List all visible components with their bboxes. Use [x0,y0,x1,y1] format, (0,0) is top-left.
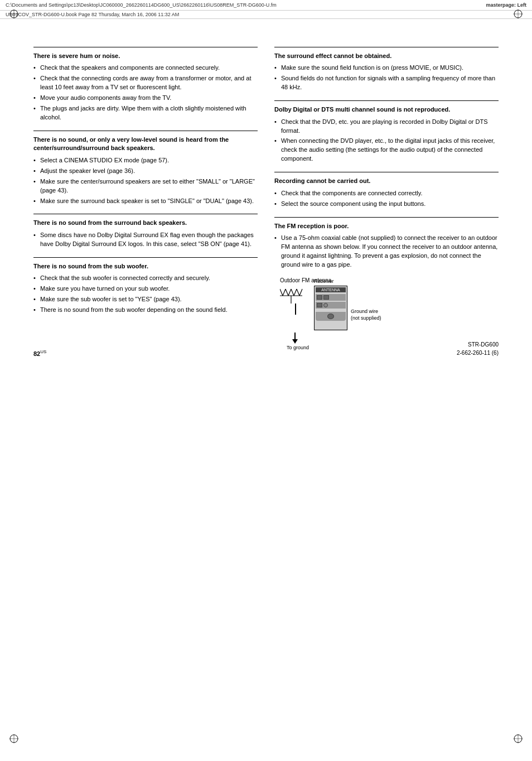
corner-mark-bl [8,733,20,744]
section-no-sound-sub: There is no sound from the sub woofer. C… [33,257,258,323]
section-dolby-digital-bullets: Check that the DVD, etc. you are playing… [274,118,499,164]
bullet-item: Make sure the sound field function is on… [274,64,499,73]
corner-mark-tr [512,8,524,20]
svg-line-14 [286,289,288,296]
section-fm-reception-title: The FM reception is poor. [274,222,499,230]
svg-line-13 [283,289,286,296]
section-no-sound-surround: There is no sound from the surround back… [33,214,258,257]
svg-line-17 [294,289,297,296]
bullet-item: Check that the DVD, etc. you are playing… [274,118,499,136]
svg-line-19 [299,289,302,296]
section-no-sound-low-title: There is no sound, or only a very low-le… [33,136,258,153]
bullet-item: Make sure the surround back speaker is s… [33,197,258,206]
left-column: There is severe hum or noise. Check that… [33,47,258,357]
page-container: There is severe hum or noise. Check that… [0,19,532,379]
page-footer: 82US STR-DG600 2-662-260-11 (6) [33,340,499,357]
antenna-symbol [280,288,311,315]
ground-wire-label: Ground wire(not supplied) [351,308,381,322]
masterpage-label: masterpage: Left [486,2,526,8]
bullet-item: Adjust the speaker level (page 36). [33,167,258,176]
bullet-item: Check that the sub woofer is connected c… [33,274,258,283]
bullet-item: Make sure the center/surround speakers a… [33,177,258,195]
header-bar: C:\Documents and Settings\pc13\Desktop\J… [0,0,532,11]
section-no-sound-low-bullets: Select a CINEMA STUDIO EX mode (page 57)… [33,156,258,206]
bullet-item: When connecting the DVD player, etc., to… [274,137,499,163]
right-column: The surround effect cannot be obtained. … [274,47,499,357]
section-no-sound-sub-bullets: Check that the sub woofer is connected c… [33,274,258,315]
section-dolby-digital: Dolby Digital or DTS multi channel sound… [274,100,499,172]
bullet-item: The plugs and jacks are dirty. Wipe them… [33,104,258,122]
section-surround-effect-bullets: Make sure the sound field function is on… [274,64,499,92]
content-area: There is severe hum or noise. Check that… [33,47,499,357]
section-severe-hum: There is severe hum or noise. Check that… [33,47,258,131]
bullet-item: Select the source component using the in… [274,200,499,209]
antenna-diagram: Outdoor FM antenna [280,277,403,350]
section-no-sound-sub-title: There is no sound from the sub woofer. [33,262,258,271]
receiver-label: Receiver [314,278,334,284]
section-recording: Recording cannot be carried out. Check t… [274,172,499,216]
svg-line-18 [297,289,299,296]
bullet-item: There is no sound from the sub woofer de… [33,306,258,315]
section-severe-hum-bullets: Check that the speakers and components a… [33,64,258,122]
svg-line-15 [288,289,291,296]
file-path: C:\Documents and Settings\pc13\Desktop\J… [6,2,277,8]
model-number: STR-DG600 2-662-260-11 (6) [457,340,499,357]
corner-mark-tl [8,8,20,20]
page-number: 82US [33,349,46,357]
bullet-item: Make sure the sub woofer is set to "YES"… [33,295,258,304]
svg-line-16 [291,289,294,296]
section-no-sound-low: There is no sound, or only a very low-le… [33,131,258,214]
section-severe-hum-title: There is severe hum or noise. [33,52,258,60]
bullet-item: Check that the components are connected … [274,189,499,198]
section-no-sound-surround-bullets: Some discs have no Dolby Digital Surroun… [33,231,258,249]
outdoor-antenna-label: Outdoor FM antenna [280,277,403,283]
section-fm-reception-bullets: Use a 75-ohm coaxial cable (not supplied… [274,234,499,269]
svg-line-12 [280,289,283,296]
section-no-sound-surround-title: There is no sound from the surround back… [33,219,258,227]
receiver-box: ANTENNA [314,286,347,330]
antenna-section-label: ANTENNA [316,287,346,292]
section-recording-title: Recording cannot be carried out. [274,177,499,185]
bullet-item: Some discs have no Dolby Digital Surroun… [33,231,258,249]
section-dolby-digital-title: Dolby Digital or DTS multi channel sound… [274,105,499,114]
bullet-item: Check that the connecting cords are away… [33,74,258,92]
bullet-item: Select a CINEMA STUDIO EX mode (page 57)… [33,156,258,165]
bullet-item: Make sure you have turned on your sub wo… [33,285,258,293]
section-recording-bullets: Check that the components are connected … [274,189,499,209]
section-surround-effect: The surround effect cannot be obtained. … [274,47,499,100]
corner-mark-br [512,733,524,744]
sub-header: US01COV_STR-DG600-U.book Page 82 Thursda… [0,11,532,19]
bullet-item: Move your audio components away from the… [33,94,258,103]
bullet-item: Check that the speakers and components a… [33,64,258,73]
section-surround-effect-title: The surround effect cannot be obtained. [274,52,499,60]
bullet-item: Sound fields do not function for signals… [274,74,499,92]
bullet-item: Use a 75-ohm coaxial cable (not supplied… [274,234,499,269]
section-fm-reception: The FM reception is poor. Use a 75-ohm c… [274,217,499,357]
